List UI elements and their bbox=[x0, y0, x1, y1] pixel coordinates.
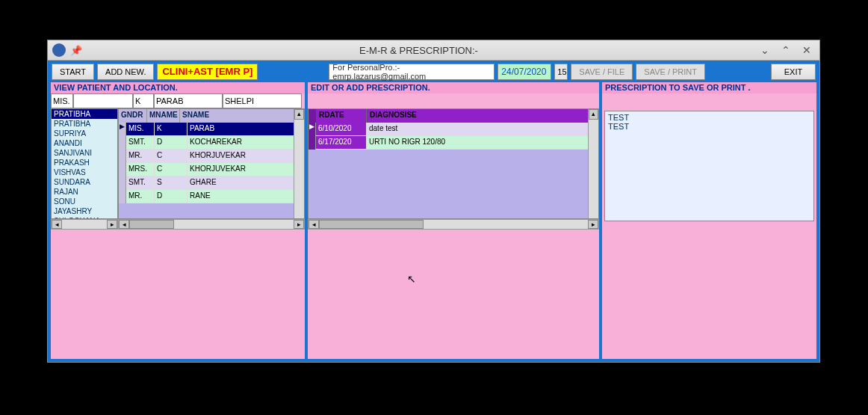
mname-input[interactable] bbox=[133, 93, 154, 108]
add-new-button[interactable]: ADD NEW. bbox=[97, 64, 154, 80]
list-h-scroll[interactable]: ◂ ▸ bbox=[51, 219, 118, 230]
app-icon bbox=[52, 43, 66, 57]
app-name-label: CLINI+AST [EMR P] bbox=[157, 64, 258, 80]
list-item[interactable]: PRATIBHA bbox=[52, 119, 117, 129]
scroll-left-icon[interactable]: ◂ bbox=[309, 220, 319, 229]
scroll-left-icon[interactable]: ◂ bbox=[119, 220, 129, 229]
table-row[interactable]: ▶ 6/10/2020 date test bbox=[309, 123, 598, 136]
prescription-panel: EDIT OR ADD PRESCRIPTION. RDATE DIAGNOSI… bbox=[308, 82, 599, 359]
save-file-button[interactable]: SAVE / FILE bbox=[571, 64, 633, 80]
patient-panel-header: VIEW PATIENT AND LOCATION. bbox=[51, 82, 305, 93]
day-label: 15 bbox=[554, 64, 568, 80]
prescription-grid[interactable]: RDATE DIAGNOSISE ▶ 6/10/2020 date test 6… bbox=[308, 108, 599, 219]
title-input[interactable] bbox=[51, 93, 73, 108]
col-diagnosis[interactable]: DIAGNOSISE bbox=[367, 109, 598, 123]
prescription-output[interactable]: TEST TEST bbox=[604, 111, 814, 221]
maximize-icon[interactable]: ⌃ bbox=[778, 44, 794, 56]
output-panel: PRESCRIPTION TO SAVE OR PRINT . TEST TES… bbox=[602, 82, 816, 359]
fname-input[interactable] bbox=[73, 93, 133, 108]
list-item[interactable]: SONU bbox=[52, 197, 117, 206]
list-item[interactable]: JAYASHRY bbox=[52, 206, 117, 216]
scroll-right-icon[interactable]: ▸ bbox=[107, 220, 117, 229]
scroll-thumb[interactable] bbox=[319, 220, 424, 229]
presc-h-scroll[interactable]: ◂ ▸ bbox=[308, 219, 599, 230]
output-panel-header: PRESCRIPTION TO SAVE OR PRINT . bbox=[602, 82, 816, 93]
list-item[interactable]: SANJIVANI bbox=[52, 148, 117, 158]
save-print-button[interactable]: SAVE / PRINT bbox=[636, 64, 705, 80]
email-label: For PersonalPro.:-emrp.lazarus@gmail.com bbox=[329, 64, 495, 80]
start-button[interactable]: START bbox=[52, 64, 94, 80]
scroll-up-icon[interactable]: ▴ bbox=[294, 109, 304, 120]
patient-name-list[interactable]: PRATIBHA PRATIBHA SUPRIYA ANANDI SANJIVA… bbox=[51, 108, 118, 219]
list-item[interactable]: VISHVAS bbox=[52, 167, 117, 177]
location-input[interactable] bbox=[223, 93, 302, 108]
list-item[interactable]: SUNDARA bbox=[52, 177, 117, 187]
scroll-left-icon[interactable]: ◂ bbox=[52, 220, 62, 229]
table-row[interactable]: ▶ MIS. K PARAB bbox=[119, 123, 304, 136]
list-item[interactable]: SUPRIYA bbox=[52, 129, 117, 138]
vertical-scrollbar[interactable]: ▴ bbox=[294, 109, 304, 218]
scroll-thumb[interactable] bbox=[129, 220, 174, 229]
sname-input[interactable] bbox=[154, 93, 223, 108]
col-rdate[interactable]: RDATE bbox=[316, 109, 367, 123]
table-row[interactable]: MR. D RANE bbox=[119, 190, 304, 203]
minimize-icon[interactable]: ⌄ bbox=[757, 44, 773, 56]
table-row[interactable]: SMT. D KOCHAREKAR bbox=[119, 136, 304, 150]
date-input[interactable] bbox=[497, 64, 551, 80]
table-row[interactable]: 6/17/2020 URTI NO RIGR 120/80 bbox=[309, 136, 598, 150]
exit-button[interactable]: EXIT bbox=[771, 64, 816, 80]
list-item[interactable]: PRATIBHA bbox=[52, 109, 117, 119]
prescription-panel-header: EDIT OR ADD PRESCRIPTION. bbox=[308, 82, 599, 93]
pin-icon[interactable]: 📌 bbox=[70, 45, 81, 55]
content-area: VIEW PATIENT AND LOCATION. PRATIBHA PRAT… bbox=[48, 82, 819, 362]
scroll-right-icon[interactable]: ▸ bbox=[294, 220, 304, 229]
patient-filter-row bbox=[51, 93, 305, 108]
list-item[interactable]: ANANDI bbox=[52, 138, 117, 148]
toolbar: START ADD NEW. CLINI+AST [EMR P] For Per… bbox=[48, 61, 819, 82]
table-row[interactable]: MRS. C KHORJUVEKAR bbox=[119, 163, 304, 176]
col-sname[interactable]: SNAME bbox=[180, 109, 304, 123]
patient-grid[interactable]: GNDR MNAME SNAME ▶ MIS. K PARAB SMT. D bbox=[118, 108, 305, 219]
main-window: 📌 E-M-R & PRESCRIPTION:- ⌄ ⌃ ✕ START ADD… bbox=[47, 40, 820, 363]
table-row[interactable]: MR. C KHORJUVEKAR bbox=[119, 150, 304, 163]
list-item[interactable]: PRAKASH bbox=[52, 158, 117, 167]
patient-panel: VIEW PATIENT AND LOCATION. PRATIBHA PRAT… bbox=[51, 82, 305, 359]
col-mname[interactable]: MNAME bbox=[147, 109, 180, 123]
grid-h-scroll[interactable]: ◂ ▸ bbox=[118, 219, 305, 230]
list-item[interactable]: RAJAN bbox=[52, 187, 117, 197]
scroll-up-icon[interactable]: ▴ bbox=[589, 109, 598, 120]
close-icon[interactable]: ✕ bbox=[799, 44, 815, 56]
vertical-scrollbar[interactable]: ▴ bbox=[588, 109, 598, 218]
window-title: E-M-R & PRESCRIPTION:- bbox=[85, 45, 752, 56]
output-line: TEST bbox=[608, 122, 810, 131]
scroll-right-icon[interactable]: ▸ bbox=[588, 220, 598, 229]
output-line: TEST bbox=[608, 113, 810, 122]
table-row[interactable]: SMT. S GHARE bbox=[119, 176, 304, 190]
title-bar: 📌 E-M-R & PRESCRIPTION:- ⌄ ⌃ ✕ bbox=[48, 40, 819, 61]
col-gndr[interactable]: GNDR bbox=[119, 109, 147, 123]
